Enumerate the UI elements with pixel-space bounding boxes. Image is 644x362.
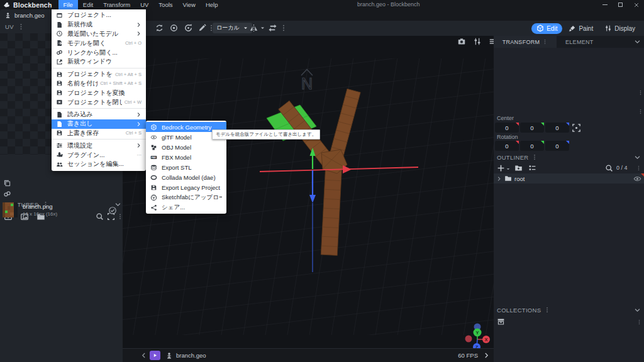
menu-item-project[interactable]: プロジェクト...: [52, 11, 146, 20]
menubar-uv[interactable]: UV: [135, 0, 153, 9]
toolbar-rotate-icon[interactable]: [184, 23, 193, 33]
menu-item-saveas[interactable]: 名前を付けて保存Ctrl + Shift + Alt + S: [52, 79, 146, 89]
menu-item-export[interactable]: 書き出し: [52, 119, 146, 129]
svg-text:X: X: [484, 337, 487, 343]
menu-item-overwrite[interactable]: 上書き保存Ctrl + S: [52, 129, 146, 138]
menubar: FileEditTransformUVToolsViewHelp: [58, 0, 223, 9]
menu-item-share[interactable]: シェア...: [146, 202, 226, 212]
outliner-toolbar-menu-icon[interactable]: [636, 164, 641, 172]
menu-item-plugins[interactable]: プラグイン...⋯: [52, 150, 146, 160]
play-icon: [152, 353, 158, 358]
menu-item-obj[interactable]: OBJ Model: [146, 142, 226, 152]
tab-element[interactable]: ELEMENT: [565, 39, 594, 45]
center-label: Center: [497, 115, 514, 121]
menubar-edit[interactable]: Edit: [78, 0, 98, 9]
menu-item-import[interactable]: 読み込み: [52, 110, 146, 119]
model-tab[interactable]: branch.geo: [0, 9, 58, 21]
tab-transform[interactable]: TRANSFORM: [494, 36, 557, 48]
copy-icon[interactable]: [3, 179, 11, 187]
menubar-file[interactable]: File: [58, 0, 78, 9]
menu-item-fbx[interactable]: FBX Model: [146, 152, 226, 162]
texture-list-item[interactable]: branch.png 16 x 16px (16x): [0, 201, 123, 220]
menu-item-recent[interactable]: 最近開いたモデル: [52, 30, 146, 39]
menu-item-session[interactable]: セッションを編集...: [52, 160, 146, 169]
center-x-corner: [516, 123, 519, 126]
collections-header: COLLECTIONS: [497, 306, 550, 314]
convert-icon: [56, 89, 63, 96]
recent-icon: [56, 30, 63, 37]
add-element-icon[interactable]: [497, 164, 505, 172]
selection-counter: 0 / 4: [616, 165, 628, 171]
mirror-caret-icon[interactable]: [260, 25, 265, 31]
slider-handle-icon[interactable]: [638, 107, 643, 116]
swap-tool-icon[interactable]: [268, 23, 277, 33]
menu-item-sketchfab[interactable]: Sketchfabにアップロード...: [146, 192, 226, 202]
edit-mode-icon: [536, 25, 544, 32]
outliner-search-icon[interactable]: [605, 164, 613, 172]
rotation-y-corner: [541, 141, 544, 144]
menubar-transform[interactable]: Transform: [98, 0, 135, 9]
menu-item-link[interactable]: リンクから開く...: [52, 48, 146, 57]
viewport-sliders-icon[interactable]: [473, 37, 482, 46]
outliner-collapse-chevron-icon[interactable]: [634, 154, 641, 161]
mode-paint-button[interactable]: Paint: [564, 23, 598, 34]
link-chain-icon[interactable]: [3, 190, 11, 198]
add-group-icon[interactable]: [514, 164, 523, 172]
link-icon: [56, 49, 63, 56]
collections-toolbar-menu-icon[interactable]: [636, 318, 642, 326]
panel-collapse-chevron-icon[interactable]: [634, 38, 641, 45]
maximize-button[interactable]: [613, 0, 628, 9]
mode-edit-button[interactable]: Edit: [531, 23, 562, 34]
add-element-caret-icon[interactable]: [506, 167, 511, 172]
fps-expand-chevron-icon[interactable]: [483, 352, 490, 359]
menubar-tools[interactable]: Tools: [153, 0, 177, 9]
group-expand-chevron-icon[interactable]: [496, 176, 502, 182]
session-play-button[interactable]: [150, 351, 160, 360]
mirror-tool-icon[interactable]: [249, 23, 258, 33]
tab-transform-menu-icon[interactable]: [542, 38, 548, 45]
menu-item-shortcut: Ctrl + Alt + S: [115, 72, 142, 77]
collections-archive-icon[interactable]: [497, 317, 505, 326]
menu-item-new[interactable]: 新規作成: [52, 20, 146, 30]
outliner-root-group[interactable]: root: [494, 173, 644, 184]
model-tab-label: branch.geo: [14, 12, 45, 19]
mode-switcher: EditPaintDisplay: [531, 21, 640, 36]
menu-item-label: セッションを編集...: [67, 160, 142, 168]
maximize-icon: [618, 3, 623, 7]
outliner-menu-icon[interactable]: [531, 153, 538, 161]
texture-check-icon[interactable]: [108, 206, 117, 215]
menu-item-legacy[interactable]: Export Legacy Project: [146, 182, 226, 192]
minimize-button[interactable]: [597, 0, 613, 9]
close-button[interactable]: [628, 0, 644, 9]
menu-item-convert[interactable]: プロジェクトを変換: [52, 88, 146, 97]
transform-space-dropdown[interactable]: ローカル: [213, 23, 252, 33]
mode-display-button[interactable]: Display: [599, 23, 640, 34]
uv-panel-menu-icon[interactable]: [18, 23, 25, 31]
slider-handle-icon[interactable]: [638, 89, 643, 97]
right-panel: TRANSFORM ELEMENT Center Rotation OUTLIN…: [494, 36, 644, 362]
menu-item-label: 書き出し: [67, 119, 133, 128]
statusbar-collapse-chevron-icon[interactable]: [140, 352, 147, 359]
focus-center-icon[interactable]: [572, 123, 581, 133]
menu-item-preferences[interactable]: 環境設定: [52, 141, 146, 150]
fbx-icon: [150, 154, 157, 161]
outliner-list-icon[interactable]: [528, 164, 536, 172]
collections-menu-icon[interactable]: [544, 306, 550, 314]
app-name: Blockbench: [13, 1, 52, 9]
menubar-view[interactable]: View: [178, 0, 201, 9]
submenu-arrow-icon: [136, 31, 142, 36]
menu-item-stl[interactable]: Export STL: [146, 162, 226, 172]
menu-item-close[interactable]: プロジェクトを閉じるCtrl + W: [52, 97, 146, 107]
menu-item-open[interactable]: モデルを開くCtrl + O: [52, 38, 146, 48]
bedrock-icon: [150, 124, 157, 131]
toolbar-pivot-icon[interactable]: [169, 23, 179, 33]
menubar-help[interactable]: Help: [201, 0, 223, 9]
menu-item-save[interactable]: プロジェクトを保存Ctrl + Alt + S: [52, 70, 146, 79]
collections-collapse-chevron-icon[interactable]: [634, 307, 641, 314]
toolbar-slope-icon[interactable]: [197, 23, 207, 33]
screenshot-camera-icon[interactable]: [457, 37, 466, 46]
gizmo-neg-x-ball[interactable]: [465, 336, 472, 343]
toolbar-sync-icon[interactable]: [155, 23, 164, 33]
menu-item-collada[interactable]: Collada Model (dae): [146, 172, 226, 182]
menu-item-window[interactable]: 新規ウィンドウ: [52, 57, 146, 67]
